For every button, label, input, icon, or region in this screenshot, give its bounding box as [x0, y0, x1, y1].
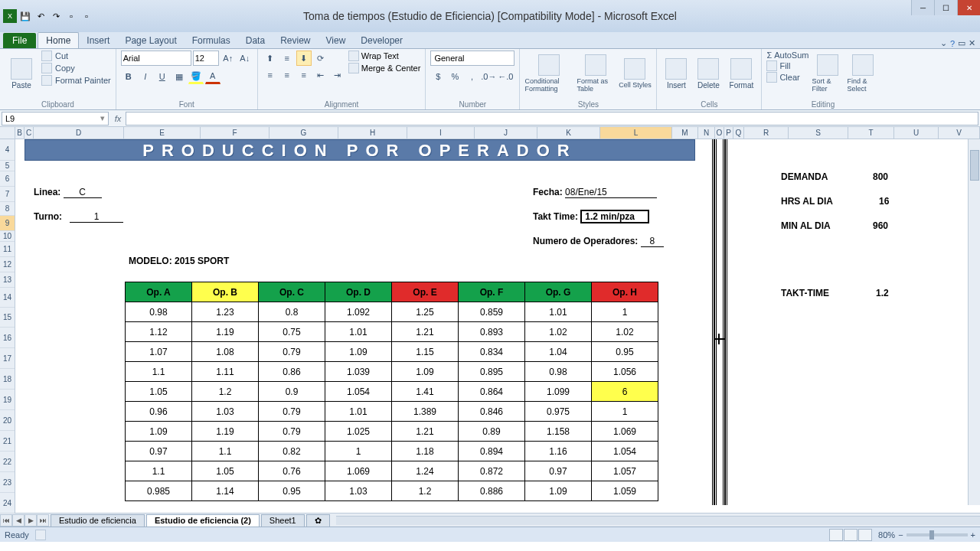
table-cell[interactable]: 0.98 — [126, 302, 192, 322]
table-cell[interactable]: 0.893 — [459, 322, 525, 342]
column-header-V[interactable]: V — [939, 127, 980, 139]
table-cell[interactable]: 0.9 — [259, 382, 325, 402]
table-cell[interactable]: 1.092 — [325, 302, 392, 322]
table-cell[interactable]: 0.75 — [259, 322, 325, 342]
table-cell[interactable]: 0.97 — [126, 442, 192, 461]
table-cell[interactable]: 1.12 — [126, 322, 192, 342]
minimize-button[interactable]: ─ — [911, 0, 934, 15]
column-header-B[interactable]: B — [15, 127, 24, 139]
table-cell[interactable]: 0.894 — [459, 442, 525, 461]
tab-insert[interactable]: Insert — [79, 33, 117, 48]
column-header-E[interactable]: E — [124, 127, 201, 139]
table-cell[interactable]: 0.89 — [459, 422, 525, 442]
qat-icon[interactable]: ▫ — [64, 9, 78, 23]
insert-cells-button[interactable]: Insert — [662, 51, 691, 96]
sheet-nav-last[interactable]: ⏭ — [37, 514, 49, 527]
row-header-10[interactable]: 10 — [0, 231, 15, 242]
table-cell[interactable]: 1.2 — [392, 481, 459, 501]
column-header-H[interactable]: H — [338, 127, 407, 139]
scroll-thumb[interactable] — [970, 150, 979, 181]
table-cell[interactable]: 1.054 — [592, 442, 658, 461]
table-cell[interactable]: 1.03 — [325, 481, 392, 501]
sheet-tab[interactable]: Estudio de eficiencia — [51, 514, 145, 527]
table-cell[interactable]: 1.057 — [592, 461, 658, 481]
table-cell[interactable]: 1.02 — [592, 322, 658, 342]
decrease-decimal-icon[interactable]: ←.0 — [498, 69, 513, 84]
row-header-13[interactable]: 13 — [0, 272, 15, 288]
column-header-M[interactable]: M — [672, 127, 698, 139]
table-cell[interactable]: 1.01 — [325, 322, 392, 342]
table-cell[interactable]: 1.19 — [192, 422, 259, 442]
conditional-formatting-button[interactable]: Conditional Formatting — [524, 51, 573, 96]
wrap-text-button[interactable]: Wrap Text — [348, 51, 421, 61]
table-cell[interactable]: 1.069 — [325, 461, 392, 481]
table-cell[interactable]: 1.01 — [325, 402, 392, 422]
column-header-D[interactable]: D — [34, 127, 124, 139]
table-cell[interactable]: 0.97 — [525, 461, 592, 481]
table-cell[interactable]: 1.158 — [525, 422, 592, 442]
increase-font-icon[interactable]: A↑ — [220, 51, 236, 66]
row-header-15[interactable]: 15 — [0, 308, 15, 328]
row-header-14[interactable]: 14 — [0, 288, 15, 308]
window-close-icon[interactable]: ✕ — [969, 38, 975, 48]
column-header-T[interactable]: T — [848, 127, 894, 139]
qat-icon-2[interactable]: ▫ — [80, 9, 93, 23]
table-cell[interactable]: 1.1 — [192, 442, 259, 461]
table-cell[interactable]: 1.07 — [126, 342, 192, 362]
table-cell[interactable]: 6 — [592, 382, 658, 402]
new-sheet-button[interactable]: ✿ — [306, 514, 330, 527]
currency-icon[interactable]: $ — [430, 69, 446, 84]
table-cell[interactable]: 0.872 — [459, 461, 525, 481]
fill-color-button[interactable]: 🪣 — [188, 69, 204, 84]
table-cell[interactable]: 1 — [592, 402, 658, 422]
row-header-7[interactable]: 7 — [0, 187, 15, 202]
worksheet-grid[interactable]: 456789101112131415161718192021222324 PRO… — [0, 139, 980, 513]
table-cell[interactable]: 0.95 — [259, 481, 325, 501]
row-header-9[interactable]: 9 — [0, 216, 15, 231]
tab-page-layout[interactable]: Page Layout — [117, 33, 184, 48]
table-cell[interactable]: 1.2 — [192, 382, 259, 402]
table-cell[interactable]: 0.86 — [259, 362, 325, 382]
indent-dec-icon[interactable]: ⇤ — [313, 67, 328, 83]
font-color-button[interactable]: A — [205, 69, 220, 84]
format-as-table-button[interactable]: Format as Table — [577, 51, 615, 96]
table-cell[interactable]: 0.985 — [126, 481, 192, 501]
paste-button[interactable]: Paste — [5, 51, 38, 96]
column-header-F[interactable]: F — [201, 127, 270, 139]
sheet-canvas[interactable]: PRODUCCION POR OPERADOR Linea: C Turno: … — [15, 139, 980, 513]
file-tab[interactable]: File — [3, 33, 36, 48]
sheet-nav-next[interactable]: ▶ — [24, 514, 37, 527]
table-cell[interactable]: 0.895 — [459, 362, 525, 382]
table-cell[interactable]: 1.15 — [392, 342, 459, 362]
table-cell[interactable]: 1.24 — [392, 461, 459, 481]
align-center-icon[interactable]: ≡ — [279, 67, 295, 83]
table-cell[interactable]: 1.069 — [592, 422, 658, 442]
tab-developer[interactable]: Developer — [353, 33, 410, 48]
tab-formulas[interactable]: Formulas — [185, 33, 238, 48]
column-header-J[interactable]: J — [475, 127, 537, 139]
percent-icon[interactable]: % — [447, 69, 462, 84]
table-cell[interactable]: 1.05 — [192, 461, 259, 481]
table-cell[interactable]: 0.98 — [525, 362, 592, 382]
table-cell[interactable]: 1.1 — [126, 461, 192, 481]
column-header-L[interactable]: L — [600, 127, 672, 139]
italic-button[interactable]: I — [138, 69, 153, 84]
sort-filter-button[interactable]: Sort & Filter — [812, 51, 844, 96]
indent-inc-icon[interactable]: ⇥ — [330, 67, 345, 83]
autosum-button[interactable]: ΣAutoSum — [766, 51, 808, 60]
table-cell[interactable]: 1.056 — [592, 362, 658, 382]
border-button[interactable]: ▦ — [172, 69, 187, 84]
name-box[interactable]: L9▾ — [2, 112, 109, 126]
table-cell[interactable]: 1 — [325, 442, 392, 461]
increase-decimal-icon[interactable]: .0→ — [481, 69, 496, 84]
table-cell[interactable]: 1.14 — [192, 481, 259, 501]
undo-icon[interactable]: ↶ — [34, 9, 47, 23]
tab-data[interactable]: Data — [238, 33, 273, 48]
column-header-I[interactable]: I — [407, 127, 475, 139]
minimize-ribbon-icon[interactable]: ⌄ — [940, 38, 947, 48]
delete-cells-button[interactable]: Delete — [694, 51, 723, 96]
table-cell[interactable]: 0.95 — [592, 342, 658, 362]
zoom-out-button[interactable]: − — [898, 530, 903, 540]
table-cell[interactable]: 1.08 — [192, 342, 259, 362]
table-cell[interactable]: 0.79 — [259, 422, 325, 442]
